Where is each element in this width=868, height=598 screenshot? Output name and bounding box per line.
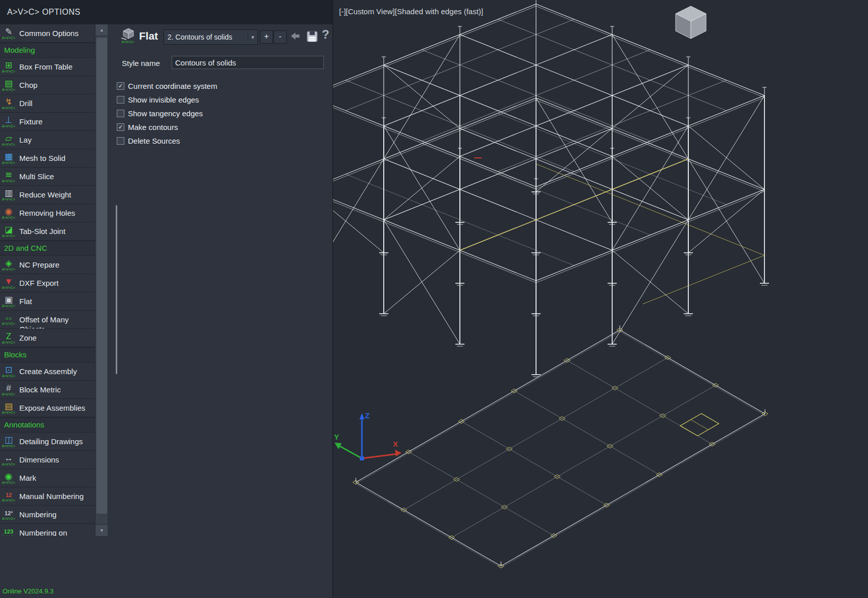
- style-select-value: 2. Contours of solids: [164, 33, 248, 41]
- sidebar-item-expose-assemblies[interactable]: ▤A>V>C>Expose Assemblies: [0, 399, 95, 417]
- sidebar-item-reduce-weight[interactable]: ▥A>V>C>Reduce Weight: [0, 186, 95, 204]
- sidebar-section-modeling: Modeling: [0, 43, 95, 58]
- sidebar-item-mesh-to-solid[interactable]: ▦A>V>C>Mesh to Solid: [0, 149, 95, 168]
- flat-icon: ▣A>V>C>: [0, 292, 17, 310]
- multi-slice-icon: ≋A>V>C>: [0, 168, 17, 185]
- svg-text:Z: Z: [365, 411, 370, 420]
- sidebar-item-fixture[interactable]: ⊥A>V>C>Fixture: [0, 113, 95, 131]
- sidebar-item-block-metric[interactable]: #A>V>C>Block Metric: [0, 381, 95, 399]
- drill-icon: ↯A>V>C>: [0, 94, 17, 112]
- sidebar-item-label: Box From Table: [17, 58, 95, 76]
- sidebar-item-label: Chop: [17, 76, 95, 94]
- create-assembly-icon: ⊡A>V>C>: [0, 362, 17, 380]
- sidebar-item-nc-prepare[interactable]: ◈A>V>C>NC Prepare: [0, 256, 95, 274]
- checkbox-show-tangency-edges[interactable]: Show tangency edges: [108, 107, 332, 120]
- help-button[interactable]: ?: [322, 27, 329, 42]
- sidebar-item-create-assembly[interactable]: ⊡A>V>C>Create Assembly: [0, 362, 95, 381]
- checkbox-current-coordinate-system[interactable]: ✓Current coordinate system: [108, 79, 332, 93]
- sidebar-item-zone[interactable]: ZA>V>C>Zone: [0, 329, 95, 347]
- sidebar-section-annotations: Annotations: [0, 417, 95, 433]
- sidebar-item-numbering-on[interactable]: 123A>V>C>Numbering on: [0, 524, 95, 536]
- style-name-row: Style name: [108, 56, 332, 71]
- sidebar-section-blocks: Blocks: [0, 347, 95, 362]
- style-select-dropdown[interactable]: 2. Contours of solids ▾: [163, 29, 258, 45]
- sidebar-item-offset-of-many-objects[interactable]: ○○A>V>C>Offset of Many Objects: [0, 311, 95, 329]
- sidebar-item-label: Create Assembly: [17, 362, 95, 380]
- sidebar-item-label: Manual Numbering: [17, 487, 95, 505]
- panel-scrollbar[interactable]: [116, 205, 117, 374]
- application-window: A>V>C> OPTIONS ✎A>V>C>Common OptionsMode…: [0, 0, 868, 598]
- scrollbar-down-icon[interactable]: ▼: [95, 524, 108, 536]
- style-name-input[interactable]: [172, 56, 324, 69]
- checkbox-show-invisible-edges[interactable]: Show invisible edges: [108, 93, 332, 107]
- checkbox-unchecked-icon: [117, 110, 124, 117]
- checkbox-checked-icon: ✓: [117, 82, 124, 90]
- sidebar-item-lay[interactable]: ▱A>V>C>Lay: [0, 131, 95, 149]
- sidebar-item-common-options[interactable]: ✎A>V>C>Common Options: [0, 24, 95, 43]
- sidebar-item-label: Expose Assemblies: [17, 399, 95, 417]
- sidebar-item-label: Multi Slice: [17, 168, 95, 185]
- flat-command-icon: A>V>C>: [119, 27, 137, 48]
- sidebar-item-multi-slice[interactable]: ≋A>V>C>Multi Slice: [0, 168, 95, 186]
- checkbox-checked-icon: ✓: [117, 123, 124, 131]
- chop-icon: ▤A>V>C>: [0, 76, 17, 94]
- checkbox-delete-sources[interactable]: Delete Sources: [108, 134, 332, 148]
- remove-style-button[interactable]: -: [274, 30, 287, 44]
- sidebar-item-label: Drill: [17, 94, 95, 112]
- sidebar-item-label: Zone: [17, 329, 95, 347]
- sidebar-item-drill[interactable]: ↯A>V>C>Drill: [0, 94, 95, 113]
- checkbox-label: Show tangency edges: [124, 109, 203, 118]
- style-name-label: Style name: [122, 59, 160, 68]
- sidebar-item-chop[interactable]: ▤A>V>C>Chop: [0, 76, 95, 94]
- removing-holes-icon: ◉A>V>C>: [0, 204, 17, 222]
- sidebar-item-dxf-export[interactable]: ▼A>V>C>DXF Export: [0, 274, 95, 292]
- sidebar-item-mark[interactable]: ◉A>V>C>Mark: [0, 469, 95, 487]
- sidebar-item-manual-numbering[interactable]: 12A>V>C>Manual Numbering: [0, 487, 95, 506]
- sidebar-item-label: Tab-Slot Joint: [17, 222, 95, 240]
- sidebar-item-label: Mark: [17, 469, 95, 487]
- sidebar-item-detailing-drawings[interactable]: ◫A>V>C>Detailing Drawings: [0, 433, 95, 451]
- sidebar-item-label: Flat: [17, 292, 95, 310]
- sidebar-item-label: Offset of Many Objects: [17, 311, 95, 328]
- checkbox-unchecked-icon: [117, 96, 124, 104]
- fixture-icon: ⊥A>V>C>: [0, 113, 17, 130]
- tab-slot-joint-icon: ◪A>V>C>: [0, 222, 17, 240]
- add-style-button[interactable]: +: [260, 30, 273, 44]
- sidebar-item-box-from-table[interactable]: ⊞A>V>C>Box From Table: [0, 58, 95, 76]
- sidebar-item-label: DXF Export: [17, 274, 95, 292]
- svg-text:X: X: [393, 440, 398, 448]
- checkbox-make-contours[interactable]: ✓Make contours: [108, 120, 332, 134]
- offset-of-many-objects-icon: ○○A>V>C>: [0, 311, 17, 328]
- viewport-view-controls[interactable]: [-][Custom View][Shaded with edges (fast…: [339, 7, 483, 16]
- svg-text:Y: Y: [334, 433, 339, 441]
- lay-icon: ▱A>V>C>: [0, 131, 17, 149]
- sidebar-item-label: Detailing Drawings: [17, 433, 95, 450]
- numbering-icon: 12³A>V>C>: [0, 506, 17, 523]
- sidebar-item-removing-holes[interactable]: ◉A>V>C>Removing Holes: [0, 204, 95, 222]
- detailing-icon: ◫A>V>C>: [0, 433, 17, 450]
- scrollbar-thumb[interactable]: [96, 38, 107, 514]
- undo-button[interactable]: [289, 30, 303, 43]
- nc-prepare-icon: ◈A>V>C>: [0, 256, 17, 274]
- sidebar-item-label: Numbering on: [17, 524, 95, 536]
- command-title: Flat: [139, 30, 158, 42]
- sidebar-item-numbering[interactable]: 12³A>V>C>Numbering: [0, 506, 95, 524]
- checkbox-label: Make contours: [124, 123, 178, 131]
- save-button[interactable]: [306, 30, 319, 43]
- options-panel-header: A>V>C> OPTIONS: [0, 0, 332, 25]
- sidebar-section-2d-and-cnc: 2D and CNC: [0, 241, 95, 256]
- reduce-weight-icon: ▥A>V>C>: [0, 186, 17, 204]
- status-version-text: Online V2024.9.3: [3, 587, 53, 595]
- sidebar-item-tab-slot-joint[interactable]: ◪A>V>C>Tab-Slot Joint: [0, 222, 95, 241]
- checkbox-label: Show invisible edges: [124, 95, 199, 104]
- numbering-on-icon: 123A>V>C>: [0, 524, 17, 536]
- viewport[interactable]: [-][Custom View][Shaded with edges (fast…: [332, 0, 868, 598]
- command-options-panel: A>V>C> Flat 2. Contours of solids ▾ + -: [108, 24, 332, 598]
- sidebar-item-dimensions[interactable]: ↔A>V>C>Dimensions: [0, 451, 95, 469]
- sidebar-item-label: Fixture: [17, 113, 95, 130]
- flat-command-icon-caption: A>V>C>: [122, 40, 135, 44]
- scrollbar-up-icon[interactable]: ▲: [95, 24, 108, 36]
- sidebar-item-flat[interactable]: ▣A>V>C>Flat: [0, 292, 95, 311]
- sidebar-scrollbar[interactable]: ▲ ▼: [95, 24, 109, 536]
- box-from-table-icon: ⊞A>V>C>: [0, 58, 17, 76]
